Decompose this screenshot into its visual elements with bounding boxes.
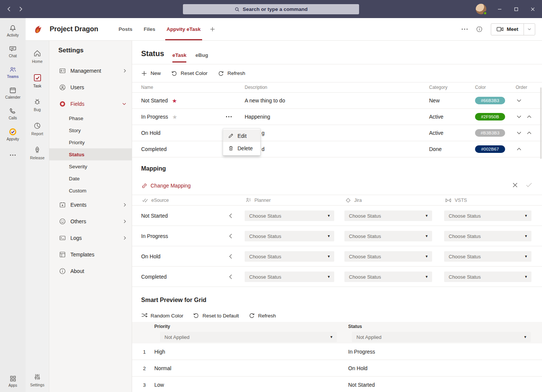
jira-status-dropdown[interactable]: Choose Status▼ [344,272,432,282]
more-options-icon[interactable] [461,28,468,30]
maximize-button[interactable] [513,6,519,12]
random-color-button[interactable]: Random Color [141,313,183,319]
rail-item-chat[interactable]: Chat [0,41,26,62]
planner-status-dropdown[interactable]: Choose Status▼ [245,231,334,241]
user-avatar[interactable] [476,4,486,14]
settings-subitem-severity[interactable]: Severity [49,160,132,172]
tab-ebug[interactable]: eBug [195,41,208,64]
cancel-mapping-icon[interactable] [512,182,519,189]
planner-status-dropdown[interactable]: Choose Status▼ [245,210,334,221]
collapse-left-icon[interactable] [229,233,232,239]
order-up-icon[interactable] [527,131,532,135]
collapse-left-icon[interactable] [229,213,232,218]
settings-subitem-status[interactable]: Status [49,148,132,160]
confirm-mapping-icon[interactable] [526,182,533,189]
tab-appvity-etask[interactable]: Appvity eTask [167,18,201,40]
settings-item-label: Events [70,202,119,208]
star-icon[interactable]: ★ [172,98,177,104]
status-filter-dropdown[interactable]: Not Applied ▼ [352,332,531,342]
rail-item-apps[interactable]: Apps [0,370,26,392]
scrollbar-thumb[interactable] [540,87,542,159]
change-mapping-link[interactable]: Change Mapping [141,179,191,192]
planner-status-dropdown[interactable]: Choose Status▼ [245,251,334,262]
module-item-release[interactable]: Release [26,141,49,165]
status-row-on-hold[interactable]: On Hold g Active #B3B3B3 [132,125,542,141]
color-pill[interactable]: #002B67 [475,145,505,153]
settings-item-others[interactable]: Others [49,213,132,230]
status-row-completed[interactable]: Completed d Done #002B67 [132,141,542,157]
settings-item-management[interactable]: Management [49,63,132,79]
order-up-icon[interactable] [516,147,522,151]
rail-item-teams[interactable]: Teams [0,62,26,82]
settings-item-users[interactable]: Users [49,79,132,96]
minimize-button[interactable] [496,6,503,12]
more-icon [10,154,16,156]
module-item-home[interactable]: Home [26,44,49,69]
order-up-icon[interactable] [527,115,532,119]
color-pill[interactable]: #B3B3B3 [475,129,505,137]
vsts-status-dropdown[interactable]: Choose Status▼ [444,251,531,262]
jira-status-dropdown[interactable]: Choose Status▼ [344,210,432,221]
rail-item-more[interactable] [0,145,26,165]
settings-subitem-date[interactable]: Date [49,172,132,185]
reset-to-default-button[interactable]: Reset to Default [193,313,239,319]
settings-item-label: Fields [70,101,117,107]
events-calendar-icon [59,201,66,208]
settings-subitem-story[interactable]: Story [49,124,132,136]
settings-item-about[interactable]: About [49,263,132,279]
order-down-icon[interactable] [516,131,522,135]
collapse-left-icon[interactable] [229,254,232,259]
settings-subitem-phase[interactable]: Phase [49,112,132,124]
status-row-in-progress[interactable]: In Progress ★ Happening Active #2F950B [132,109,542,125]
info-icon[interactable] [476,26,483,32]
vsts-status-dropdown[interactable]: Choose Status▼ [444,231,531,241]
color-pill[interactable]: #2F950B [475,113,505,120]
module-item-report[interactable]: Report [26,117,49,141]
preview-row[interactable]: 1 High In Progress [132,343,542,360]
settings-item-templates[interactable]: Templates [49,246,132,263]
rail-item-activity[interactable]: Activity [0,20,26,41]
row-more-button[interactable] [226,116,232,117]
reset-color-button[interactable]: Reset Color [171,70,207,76]
refresh-button[interactable]: Refresh [218,70,245,76]
command-search-box[interactable]: Search or type a command [183,4,359,14]
context-menu-edit[interactable]: Edit [223,130,260,142]
settings-subitem-priority[interactable]: Priority [49,136,132,148]
settings-subitem-custom[interactable]: Custom [49,185,132,197]
tab-etask[interactable]: eTask [172,41,186,64]
new-button[interactable]: New [141,70,161,76]
tab-posts[interactable]: Posts [119,18,132,40]
module-item-settings[interactable]: Settings [26,368,49,392]
tab-files[interactable]: Files [144,18,155,40]
status-row-not-started[interactable]: Not Started ★ A new thing to do New #66B… [132,93,542,109]
module-item-task[interactable]: Task [26,69,49,93]
priority-filter-dropdown[interactable]: Not Applied ▼ [160,332,337,342]
context-menu-delete[interactable]: Delete [223,142,260,154]
rail-item-calls[interactable]: Calls [0,103,26,124]
order-down-icon[interactable] [516,99,522,102]
jira-status-dropdown[interactable]: Choose Status▼ [344,251,432,262]
module-item-bug[interactable]: Bug [26,93,49,117]
vsts-status-dropdown[interactable]: Choose Status▼ [444,210,531,221]
preview-row[interactable]: 2 Normal On Hold [132,360,542,377]
rail-item-appvity[interactable]: Appvity [0,124,26,145]
order-down-icon[interactable] [516,115,522,119]
star-icon[interactable]: ★ [172,114,177,120]
planner-status-dropdown[interactable]: Choose Status▼ [245,272,334,282]
settings-item-logs[interactable]: Logs [49,230,132,246]
refresh-button[interactable]: Refresh [249,313,276,319]
meet-dropdown-button[interactable] [524,24,535,35]
color-pill[interactable]: #66B3B3 [475,97,505,104]
preview-row[interactable]: 3 Low Not Started [132,377,542,392]
back-icon[interactable] [5,6,12,12]
meet-button[interactable]: Meet [491,24,524,35]
close-button[interactable] [529,6,536,12]
forward-icon[interactable] [17,6,24,12]
add-tab-button[interactable] [210,26,215,32]
vsts-status-dropdown[interactable]: Choose Status▼ [444,272,531,282]
settings-item-events[interactable]: Events [49,197,132,213]
rail-item-calendar[interactable]: Calender [0,82,26,103]
collapse-left-icon[interactable] [229,274,232,279]
settings-item-fields[interactable]: Fields [49,96,132,112]
jira-status-dropdown[interactable]: Choose Status▼ [344,231,432,241]
